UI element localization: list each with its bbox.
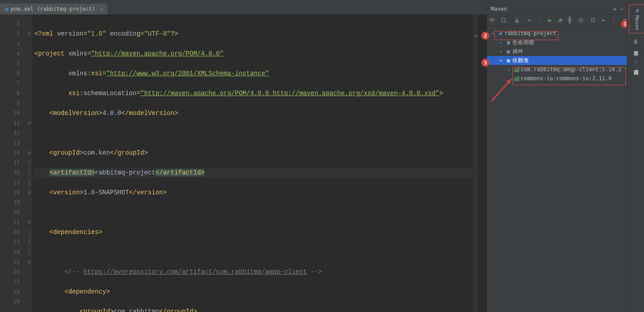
gear-icon[interactable]: ✲	[613, 6, 617, 12]
chevron-right-icon: ▸	[506, 67, 512, 72]
tree-lifecycle-label: 生命周期	[512, 39, 534, 46]
tree-dep-item[interactable]: ▸ com.rabbitmq:amqp-client:5.14.2	[487, 65, 627, 74]
chevron-down-icon: ▾	[490, 31, 496, 36]
svg-line-2	[580, 18, 583, 22]
close-icon[interactable]: ×	[100, 6, 104, 13]
annotation-number: 3	[481, 59, 489, 67]
execute-goal-icon[interactable]: m	[558, 17, 562, 23]
tree-lifecycle[interactable]: ▸ ▦ 生命周期	[487, 38, 627, 47]
tree-plugins-label: 插件	[512, 48, 523, 55]
library-icon	[512, 66, 521, 73]
maven-icon: m	[635, 8, 639, 14]
code-editor[interactable]: 1234567891011121314151617181920212223242…	[0, 14, 473, 312]
tab-label: pom.xml (rabbitmq-project)	[11, 6, 96, 12]
database-icon: ≣	[634, 38, 637, 45]
collapse-all-icon[interactable]: ⇤	[602, 17, 606, 23]
editor-right-strip: ✔	[473, 14, 479, 312]
folder-icon: ▦	[504, 57, 512, 64]
right-tool-strip: m Maven ≣ 数据库 ◯ 应用调试器	[627, 4, 644, 312]
tool-tab-debugger[interactable]: ◯ 应用调试器	[627, 55, 644, 69]
tree-dep-label: com.rabbitmq:amqp-client:5.14.2	[521, 66, 621, 73]
run-icon[interactable]: ▶	[548, 17, 552, 23]
annotation-number: 2	[481, 32, 489, 40]
maven-title-bar: Maven ✲ —	[487, 4, 627, 14]
add-icon[interactable]: ＋	[526, 16, 532, 24]
tree-dependencies[interactable]: ▾ ▦ 依赖项	[487, 56, 627, 65]
line-number-gutter: 1234567891011121314151617181920212223242…	[0, 14, 26, 312]
chevron-down-icon: ▾	[498, 58, 504, 63]
fold-gutter[interactable]: ⊟ ⊟ ⊟│││⊟ ⊟│││⊟	[26, 14, 32, 312]
code-area[interactable]: <?xml version="1.0" encoding="UTF-8"?> <…	[32, 14, 473, 312]
folder-icon: ▦	[504, 39, 512, 46]
maven-title-label: Maven	[491, 6, 507, 12]
tool-tab-maven[interactable]: m Maven	[629, 5, 644, 33]
tree-dep-label: commons-io:commons-io:2.11.0	[521, 75, 612, 82]
tool-tab-database[interactable]: ≣ 数据库	[627, 34, 644, 50]
editor-tab-pom[interactable]: m pom.xml (rabbitmq-project) ×	[0, 4, 107, 14]
annotation-arrow	[487, 74, 518, 106]
debugger-icon: ◯	[634, 58, 637, 64]
tree-deps-label: 依赖项	[512, 57, 529, 64]
tool-tab-maven-label: Maven	[634, 15, 640, 30]
tree-project-root[interactable]: ▾ m rabbitmq-project	[487, 29, 627, 38]
chevron-right-icon: ▸	[498, 40, 504, 45]
download-icon[interactable]	[514, 17, 520, 23]
title-bar-fragment	[0, 0, 644, 4]
tree-plugins[interactable]: ▸ ▦ 插件	[487, 47, 627, 56]
maven-toolbar: ⟳ ＋ │ ▶ m ╬ ☷ ⇤ │	[487, 14, 627, 26]
svg-rect-0	[502, 18, 505, 22]
generate-sources-icon[interactable]	[501, 17, 507, 23]
folder-icon: ▦	[504, 48, 512, 55]
toggle-skip-tests-icon[interactable]	[578, 17, 584, 23]
inspection-ok-icon[interactable]: ✔	[475, 32, 478, 39]
toggle-offline-icon[interactable]: ╬	[568, 17, 571, 23]
minimize-icon[interactable]: —	[620, 6, 623, 12]
maven-tool-window: Maven ✲ — ⟳ ＋ │ ▶ m ╬ ☷ ⇤ │ ▾ m rabbitmq…	[487, 4, 627, 312]
editor-tab-bar: m pom.xml (rabbitmq-project) ×	[0, 4, 494, 14]
show-deps-icon[interactable]: ☷	[590, 17, 596, 23]
reload-icon[interactable]: ⟳	[490, 17, 495, 23]
chevron-right-icon: ▸	[498, 49, 504, 54]
tree-project-label: rabbitmq-project	[504, 30, 557, 37]
maven-module-icon: m	[499, 31, 502, 37]
maven-file-icon: m	[5, 6, 8, 13]
